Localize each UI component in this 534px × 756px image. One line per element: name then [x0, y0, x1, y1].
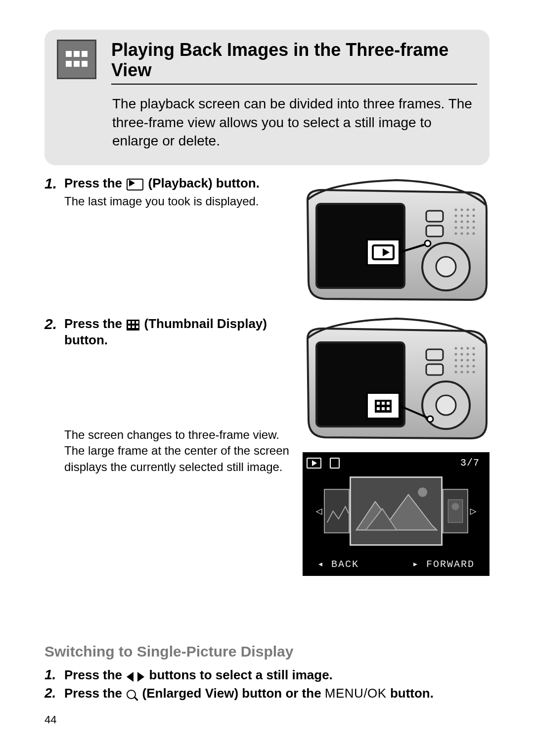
prev-frame — [324, 489, 350, 533]
svg-point-36 — [425, 240, 431, 246]
playback-mode-icon — [307, 458, 321, 469]
left-right-arrow-icon — [127, 672, 144, 682]
svg-point-45 — [473, 347, 475, 350]
svg-point-20 — [455, 221, 457, 223]
svg-point-28 — [455, 233, 457, 235]
svg-point-17 — [461, 215, 463, 217]
svg-point-15 — [473, 209, 475, 211]
svg-point-51 — [461, 359, 463, 362]
svg-point-54 — [455, 365, 457, 368]
svg-point-53 — [473, 359, 475, 362]
svg-rect-10 — [426, 211, 443, 222]
svg-point-13 — [461, 209, 463, 211]
sub-step-1: 1. Press the buttons to select a still i… — [44, 667, 490, 683]
svg-point-19 — [473, 215, 475, 217]
svg-point-26 — [467, 227, 469, 229]
step-1-title: Press the (Playback) button. — [64, 175, 272, 191]
text: BACK — [331, 559, 359, 570]
svg-point-57 — [473, 365, 475, 368]
sub-step-2-title: Press the (Enlarged View) button or the … — [64, 685, 434, 702]
svg-point-18 — [467, 215, 469, 217]
svg-point-16 — [455, 215, 457, 217]
svg-point-30 — [467, 233, 469, 235]
next-arrow-icon: ▷ — [468, 505, 478, 518]
svg-rect-40 — [426, 349, 443, 360]
svg-rect-4 — [66, 61, 72, 67]
svg-point-29 — [461, 233, 463, 235]
svg-point-58 — [455, 371, 457, 374]
steps-area: 1. Press the (Playback) button. The last… — [44, 175, 490, 701]
prev-arrow-icon: ◁ — [314, 505, 324, 518]
svg-rect-67 — [377, 407, 380, 410]
text: button. — [387, 686, 434, 701]
svg-point-52 — [467, 359, 469, 362]
svg-point-59 — [461, 371, 463, 374]
svg-point-71 — [427, 416, 433, 422]
sd-card-icon — [330, 458, 340, 469]
text: Press the — [64, 667, 126, 682]
svg-rect-65 — [382, 402, 385, 405]
forward-label: ▸ FORWARD — [412, 558, 475, 570]
next-frame — [443, 489, 468, 533]
svg-rect-5 — [74, 61, 80, 67]
svg-point-42 — [455, 347, 457, 350]
subsection-title: Switching to Single-Picture Display — [44, 643, 490, 660]
svg-point-60 — [467, 371, 469, 374]
section-title: Playing Back Images in the Three-frame V… — [111, 40, 477, 81]
svg-rect-11 — [426, 226, 443, 236]
manual-page: Playing Back Images in the Three-frame V… — [0, 0, 534, 756]
svg-point-21 — [461, 221, 463, 223]
step-2-desc: The screen changes to three-frame view. … — [64, 427, 297, 475]
lcd-three-frame-view: 3/7 ◁ ▷ ◂ B — [303, 452, 490, 576]
svg-point-50 — [455, 359, 457, 362]
step-number: 2. — [44, 316, 64, 332]
step-number: 1. — [44, 667, 64, 683]
svg-point-48 — [467, 353, 469, 356]
step-1: 1. Press the (Playback) button. The last… — [44, 175, 277, 209]
text: (Playback) button. — [144, 176, 260, 190]
section-intro: The playback screen can be divided into … — [112, 94, 477, 150]
step-number: 1. — [44, 175, 64, 192]
back-label: ◂ BACK — [317, 558, 359, 570]
svg-point-23 — [473, 221, 475, 223]
svg-rect-66 — [387, 402, 390, 405]
svg-point-47 — [461, 353, 463, 356]
svg-point-25 — [461, 227, 463, 229]
camera-illustration-thumbnail — [303, 314, 490, 442]
step-2: 2. Press the (Thumbnail Display) button. — [44, 316, 277, 348]
sub-step-2: 2. Press the (Enlarged View) button or t… — [44, 685, 490, 702]
svg-rect-41 — [426, 364, 443, 375]
sub-step-1-title: Press the buttons to select a still imag… — [64, 667, 333, 683]
svg-rect-3 — [82, 51, 88, 57]
svg-point-12 — [455, 209, 457, 211]
svg-point-9 — [436, 257, 456, 277]
svg-point-27 — [473, 227, 475, 229]
thumbnail-grid-icon — [57, 40, 96, 79]
svg-point-22 — [467, 221, 469, 223]
svg-point-39 — [436, 395, 456, 415]
svg-rect-69 — [387, 407, 390, 410]
svg-point-24 — [455, 227, 457, 229]
svg-point-61 — [473, 371, 475, 374]
current-frame — [350, 476, 443, 546]
svg-rect-72 — [325, 491, 349, 532]
text: Press the — [64, 316, 126, 331]
svg-point-76 — [418, 487, 427, 497]
svg-point-44 — [467, 347, 469, 350]
step-1-desc: The last image you took is displayed. — [64, 193, 272, 209]
svg-rect-63 — [375, 400, 392, 413]
svg-point-43 — [461, 347, 463, 350]
svg-point-55 — [461, 365, 463, 368]
svg-rect-2 — [74, 51, 80, 57]
svg-rect-68 — [382, 407, 385, 410]
magnify-icon — [127, 690, 137, 701]
svg-point-56 — [467, 365, 469, 368]
page-number: 44 — [44, 713, 56, 726]
text: FORWARD — [426, 559, 475, 570]
svg-point-49 — [473, 353, 475, 356]
image-counter: 3/7 — [460, 457, 480, 469]
svg-point-79 — [452, 503, 459, 511]
text: Press the — [64, 176, 126, 190]
svg-point-31 — [473, 233, 475, 235]
menu-ok-label: MENU/OK — [325, 686, 387, 701]
